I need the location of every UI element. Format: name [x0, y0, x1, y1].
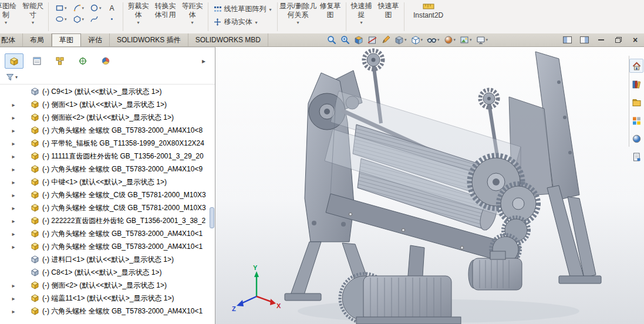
- expand-arrow-icon[interactable]: ▸: [9, 114, 18, 121]
- display-style-button[interactable]: ▾: [411, 35, 423, 45]
- display-delete-relations-button[interactable]: 显示/删除几何关系 ▾: [279, 0, 317, 25]
- expand-arrow-icon[interactable]: ▸: [9, 282, 18, 289]
- expand-arrow-icon[interactable]: ▸: [9, 140, 18, 147]
- restore-button[interactable]: [613, 35, 623, 45]
- rectangle-tool-button[interactable]: ▾: [55, 4, 67, 12]
- zoom-to-area-button[interactable]: [340, 35, 350, 45]
- expand-arrow-icon[interactable]: ▸: [9, 308, 18, 315]
- expand-arrow-icon[interactable]: ▸: [9, 153, 18, 160]
- tree-item[interactable]: ▸ (-) 六角头螺栓 全螺纹_C级 GB_T5781-2000_M10X3: [0, 201, 210, 214]
- scrollbar-thumb[interactable]: [210, 207, 214, 228]
- design-library-button[interactable]: [629, 77, 643, 91]
- section-view-button[interactable]: [367, 35, 377, 45]
- appearances-button[interactable]: [629, 131, 643, 146]
- commandmanager-tab[interactable]: 配体: [0, 33, 23, 46]
- tree-item[interactable]: ▸ (-) C9<1> (默认<<默认>_显示状态 1>): [0, 85, 210, 98]
- sketch-visibility-button[interactable]: [381, 35, 390, 45]
- trim-entities-button[interactable]: 剪裁实体 ▾: [125, 0, 152, 25]
- tree-item[interactable]: ▸ (-) 六角头螺栓 全螺纹 GB_T5783-2000_AM4X10<9: [0, 163, 210, 176]
- expand-arrow-icon[interactable]: ▸: [9, 205, 18, 211]
- dropdown-caret-icon: ▾: [65, 17, 67, 22]
- expand-arrow-icon[interactable]: ▸: [9, 218, 18, 224]
- commandmanager-tab[interactable]: 草图: [52, 33, 81, 46]
- close-button[interactable]: ×: [630, 35, 640, 45]
- panel-scrollbar[interactable]: [210, 85, 215, 324]
- view-selector-button[interactable]: [354, 35, 363, 45]
- panel-expand-arrow-icon[interactable]: ▸: [202, 57, 205, 65]
- tree-item[interactable]: ▸ (-) 端盖11<1> (默认<<默认>_显示状态 1>): [0, 292, 210, 305]
- commandmanager-tab[interactable]: SOLIDWORKS 插件: [110, 33, 188, 46]
- hide-show-items-button[interactable]: ▾: [427, 35, 440, 45]
- commandmanager-tab[interactable]: 布局: [23, 33, 52, 46]
- arc-tool-button[interactable]: ▾: [73, 4, 85, 12]
- expand-arrow-icon[interactable]: ▸: [9, 179, 18, 185]
- tree-filter-input[interactable]: [23, 71, 208, 83]
- tree-item[interactable]: ▸ (-) 六角头螺栓 全螺纹 GB_T5783-2000_AM4X10<1: [0, 305, 210, 318]
- edit-appearance-button[interactable]: ▾: [444, 35, 456, 45]
- apply-scene-button[interactable]: ▾: [460, 35, 472, 45]
- offset-entities-button[interactable]: 等距实体 ▾: [179, 0, 206, 25]
- spline-tool-button[interactable]: [90, 15, 102, 23]
- commandmanager-tab[interactable]: SOLIDWORKS MBD: [188, 33, 268, 46]
- expand-arrow-icon[interactable]: ▸: [9, 231, 18, 237]
- instant2d-button[interactable]: Instant2D: [406, 0, 451, 20]
- displaymanager-tab[interactable]: [96, 53, 115, 69]
- dock-pane-right-button[interactable]: [579, 35, 589, 45]
- propertymanager-icon: [32, 56, 42, 66]
- tree-item[interactable]: ▸ (-) 六角头螺栓 全螺纹_C级 GB_T5781-2000_M10X3: [0, 188, 210, 201]
- quick-snaps-button[interactable]: 快速捕捉 ▾: [348, 0, 375, 25]
- view-palette-button[interactable]: [629, 113, 643, 127]
- expand-arrow-icon[interactable]: ▸: [9, 166, 18, 173]
- dimxpertmanager-tab[interactable]: [73, 53, 92, 69]
- custom-properties-button[interactable]: [629, 150, 643, 164]
- rapid-sketch-button[interactable]: 快速草图: [375, 0, 402, 19]
- graphics-viewport[interactable]: Y X Z: [215, 47, 644, 324]
- tree-item[interactable]: ▸ (-) 222222直齿圆柱外齿轮 GB_T1356-2001_3_38_2: [0, 214, 210, 227]
- configurationmanager-tab[interactable]: [50, 53, 69, 69]
- file-explorer-button[interactable]: [629, 95, 643, 109]
- expand-arrow-icon[interactable]: ▸: [9, 102, 18, 108]
- featuremanager-tab[interactable]: [5, 53, 23, 69]
- home-button[interactable]: [629, 59, 643, 73]
- expand-arrow-icon[interactable]: ▸: [9, 295, 18, 302]
- expand-arrow-icon[interactable]: ▸: [9, 192, 18, 198]
- view-settings-button[interactable]: ▾: [476, 35, 488, 45]
- move-entities-button[interactable]: 移动实体 ▾: [210, 16, 275, 28]
- featuremanager-icon: [9, 57, 19, 66]
- zoom-to-area-icon: [340, 35, 350, 45]
- minimize-button[interactable]: [596, 35, 606, 45]
- part-icon: [31, 294, 39, 302]
- smart-dimension-button[interactable]: 智能尺寸 ▾: [19, 0, 46, 25]
- tree-item[interactable]: ▸ (-) 侧面<2> (默认<<默认>_显示状态 1>): [0, 279, 210, 292]
- view-orientation-button[interactable]: ▾: [395, 35, 407, 45]
- filter-funnel-icon[interactable]: [6, 73, 14, 81]
- text-tool-button[interactable]: A: [107, 4, 116, 12]
- tree-item[interactable]: ▸ (-) 中键<1> (默认<<默认>_显示状态 1>): [0, 176, 210, 188]
- expand-arrow-icon[interactable]: ▸: [9, 244, 18, 250]
- tree-item[interactable]: ▸ (-) C8<1> (默认<<默认>_显示状态 1>): [0, 266, 210, 279]
- tree-item[interactable]: ▸ (-) 侧面嵌<2> (默认<<默认>_显示状态 1>): [0, 111, 210, 124]
- point-tool-button[interactable]: [107, 15, 116, 23]
- linear-sketch-pattern-button[interactable]: 线性草图阵列 ▾: [210, 4, 275, 15]
- svg-text:X: X: [277, 302, 281, 309]
- circle-tool-button[interactable]: ▾: [90, 4, 102, 12]
- sketch-button[interactable]: 草图绘制 ▾: [0, 0, 19, 25]
- tree-item[interactable]: ▸ (-) 11111直齿圆柱外齿轮 GB_T1356-2001_3_29_20: [0, 150, 210, 163]
- propertymanager-tab[interactable]: [28, 53, 46, 69]
- tree-item[interactable]: ▸ (-) 六角头螺栓 全螺纹 GB_T5783-2000_AM4X10<1: [0, 240, 210, 253]
- commandmanager-tab[interactable]: 评估: [81, 33, 110, 46]
- polygon-tool-button[interactable]: ▾: [73, 15, 85, 23]
- view-selector-icon: [354, 35, 363, 45]
- expand-arrow-icon[interactable]: ▸: [9, 127, 18, 134]
- repair-sketch-button[interactable]: 修复草图: [317, 0, 344, 19]
- tree-item[interactable]: ▸ (-) 平带轮_辐板轮 GB_T11358-1999_20X80X12X24: [0, 137, 210, 150]
- ellipse-tool-button[interactable]: ▾: [55, 15, 67, 23]
- tree-item[interactable]: ▸ (-) 侧面<1> (默认<<默认>_显示状态 1>): [0, 98, 210, 111]
- tree-item[interactable]: ▸ (-) 六角头螺栓 全螺纹 GB_T5783-2000_AM4X10<1: [0, 227, 210, 240]
- displaymanager-icon: [101, 56, 110, 66]
- tree-item[interactable]: ▸ (-) 六角头螺栓 全螺纹 GB_T5783-2000_AM4X10<8: [0, 124, 210, 137]
- dock-pane-left-button[interactable]: [562, 35, 572, 45]
- zoom-to-fit-button[interactable]: [327, 35, 336, 45]
- tree-item[interactable]: ▸ (-) 进料口<1> (默认<<默认>_显示状态 1>): [0, 253, 210, 266]
- convert-entities-button[interactable]: 转换实体引用: [152, 0, 179, 19]
